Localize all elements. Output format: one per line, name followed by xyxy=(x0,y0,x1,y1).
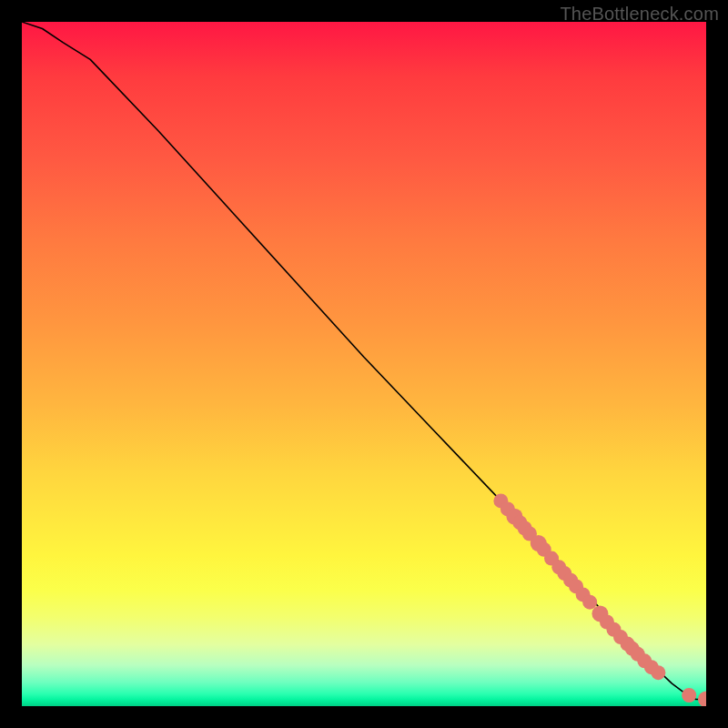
watermark-text: TheBottleneck.com xyxy=(560,4,719,25)
highlight-dot xyxy=(651,665,665,680)
plot-area xyxy=(22,22,706,706)
chart-svg xyxy=(22,22,706,706)
highlight-dots-group xyxy=(493,493,706,706)
chart-frame: TheBottleneck.com xyxy=(0,0,728,728)
highlight-dot xyxy=(682,688,696,703)
highlight-dot xyxy=(582,595,597,610)
bottleneck-curve xyxy=(22,22,706,699)
highlight-dot xyxy=(698,691,706,706)
